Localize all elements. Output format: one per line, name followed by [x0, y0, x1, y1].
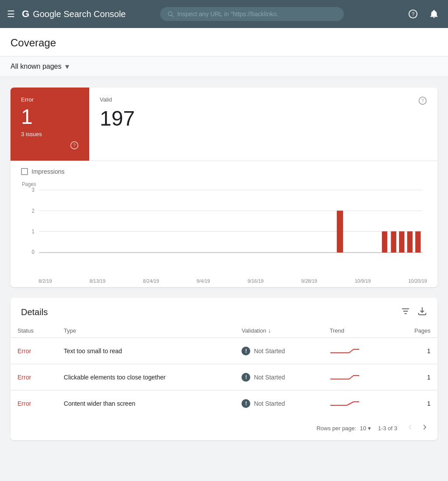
table-row: Error Content wider than screen ! Not St…: [10, 390, 438, 417]
prev-page-button[interactable]: [404, 421, 416, 435]
svg-text:?: ?: [412, 11, 415, 18]
notification-icon: [429, 9, 439, 19]
error-label: Error: [21, 96, 79, 103]
chart-svg: Pages 3 2 1 0: [21, 180, 427, 277]
bar-3: [391, 232, 396, 253]
svg-text:3: 3: [32, 187, 35, 193]
page-title-bar: Coverage: [0, 28, 448, 56]
row1-validation-status: Not Started: [254, 348, 285, 355]
details-table: Status Type Validation ↓ Trend Pages Err…: [10, 323, 438, 416]
chevron-down-icon: ▾: [65, 62, 69, 71]
valid-info-icon[interactable]: ?: [418, 96, 427, 107]
help-button[interactable]: ?: [406, 7, 420, 21]
chart-area: Impressions Pages 3 2 1 0: [10, 161, 438, 287]
row3-validation-icon: !: [242, 399, 250, 408]
error-count: 1: [21, 106, 79, 127]
details-title: Details: [21, 307, 48, 317]
filter-icon[interactable]: [401, 306, 410, 318]
error-info-icon[interactable]: ?: [70, 141, 79, 152]
col-pages: Pages: [391, 323, 438, 338]
pagination-info: 1-3 of 3: [378, 425, 397, 432]
x-label-3: 8/24/19: [143, 278, 159, 284]
row2-type: Clickable elements too close together: [57, 364, 235, 390]
chart-container: Pages 3 2 1 0: [21, 180, 427, 277]
notification-button[interactable]: [427, 7, 441, 21]
x-label-2: 8/13/19: [89, 278, 105, 284]
bar-4: [399, 232, 404, 253]
valid-label: Valid: [100, 96, 135, 103]
row2-trend: [322, 364, 391, 390]
rows-per-page-value: 10: [360, 425, 366, 432]
valid-area: Valid 197: [100, 96, 135, 130]
filter-label: All known pages: [10, 63, 62, 70]
x-label-7: 10/9/19: [355, 278, 371, 284]
row1-validation-icon: !: [242, 347, 250, 355]
valid-count: 197: [100, 106, 135, 130]
trend-sparkline-3: [329, 397, 360, 408]
details-actions: [401, 306, 427, 318]
page-title: Coverage: [10, 37, 438, 49]
row2-validation-cell: ! Not Started: [242, 373, 315, 382]
pagination-nav: [404, 421, 430, 435]
row3-trend: [322, 390, 391, 417]
row3-validation-cell: ! Not Started: [242, 399, 315, 408]
chart-card: Error 1 3 issues ? Valid 197: [10, 88, 438, 287]
x-label-5: 9/16/19: [248, 278, 264, 284]
download-icon[interactable]: [417, 306, 427, 318]
row3-status[interactable]: Error: [18, 400, 31, 407]
row2-pages: 1: [391, 364, 438, 390]
impressions-label: Impressions: [32, 168, 64, 175]
svg-text:Pages: Pages: [22, 181, 36, 187]
col-trend: Trend: [322, 323, 391, 338]
row2-validation-icon: !: [242, 373, 250, 382]
filter-dropdown[interactable]: All known pages ▾: [10, 62, 69, 71]
svg-text:2: 2: [32, 207, 35, 213]
rows-per-page-label: Rows per page:: [316, 425, 356, 432]
row3-type: Content wider than screen: [57, 390, 235, 417]
table-row: Error Text too small to read ! Not Start…: [10, 338, 438, 364]
x-axis-labels: 8/2/19 8/13/19 8/24/19 9/4/19 9/16/19 9/…: [21, 277, 427, 284]
filter-bar: All known pages ▾: [0, 56, 448, 77]
svg-text:?: ?: [421, 98, 424, 103]
search-icon: [167, 11, 174, 18]
svg-line-25: [347, 402, 354, 405]
help-icon: ?: [408, 9, 418, 19]
svg-text:1: 1: [32, 228, 35, 234]
bar-2: [382, 232, 387, 253]
menu-icon[interactable]: ☰: [7, 9, 15, 19]
row1-trend: [322, 338, 391, 364]
bar-1: [337, 211, 343, 253]
row1-type: Text too small to read: [57, 338, 235, 364]
col-validation: Validation ↓: [234, 323, 322, 338]
sort-icon: ↓: [268, 327, 271, 334]
x-label-4: 9/4/19: [196, 278, 210, 284]
trend-sparkline-2: [329, 371, 360, 382]
impressions-row: Impressions: [21, 168, 427, 175]
rows-per-page: Rows per page: 10 ▾: [316, 425, 371, 432]
stats-row: Error 1 3 issues ? Valid 197: [10, 88, 438, 161]
svg-line-22: [349, 376, 354, 379]
col-type: Type: [57, 323, 235, 338]
x-label-6: 9/28/19: [301, 278, 317, 284]
rows-dropdown-icon: ▾: [368, 425, 371, 432]
row1-pages: 1: [391, 338, 438, 364]
x-label-8: 10/20/19: [408, 278, 427, 284]
main-content: Error 1 3 issues ? Valid 197: [0, 77, 448, 451]
header: ☰ G Google Search Console ?: [0, 0, 448, 28]
row2-status[interactable]: Error: [18, 374, 31, 381]
valid-stat-box[interactable]: Valid 197 ?: [89, 88, 438, 161]
row3-pages: 1: [391, 390, 438, 417]
col-status: Status: [10, 323, 57, 338]
google-logo-g: G: [22, 8, 29, 20]
table-row: Error Clickable elements too close toget…: [10, 364, 438, 390]
pagination-row: Rows per page: 10 ▾ 1-3 of 3: [10, 416, 438, 440]
search-bar[interactable]: [160, 7, 344, 21]
rows-per-page-select[interactable]: 10 ▾: [360, 425, 371, 432]
next-page-button[interactable]: [419, 421, 430, 435]
row1-status[interactable]: Error: [18, 348, 31, 355]
error-stat-box[interactable]: Error 1 3 issues ?: [10, 88, 89, 161]
details-card: Details Status: [10, 298, 438, 440]
error-issues: 3 issues: [21, 131, 79, 137]
search-input[interactable]: [177, 11, 337, 18]
impressions-checkbox[interactable]: [21, 168, 28, 175]
